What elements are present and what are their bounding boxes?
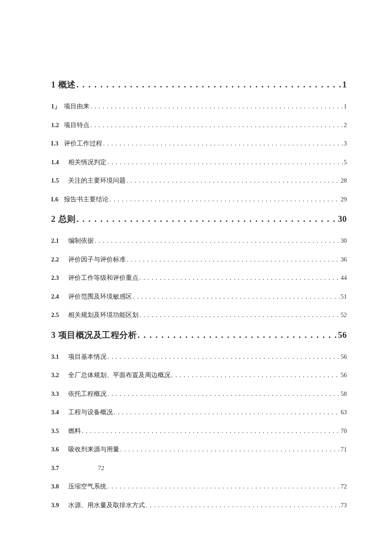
toc-leader [138, 331, 337, 339]
toc-page-number: 1 [344, 103, 347, 110]
toc-label: 压缩空气系统 [68, 483, 107, 490]
toc-entry-minor: L6 报告书主要结论 29 [51, 196, 347, 203]
toc-leader [110, 196, 340, 203]
toc-label: 报告书主要结论 [64, 196, 109, 203]
toc-page-number: 70 [341, 428, 347, 434]
toc-label: 相关情况判定 [68, 159, 107, 166]
toc-label: 燃料 [68, 428, 81, 434]
toc-number: 3.6 [51, 446, 62, 453]
toc-page-number: 71 [341, 446, 347, 453]
toc-label: 相关规划及环境功能区划 [68, 312, 138, 318]
toc-page-number: 5 [344, 159, 347, 166]
toc-entry-minor: 1.4 相关情况判定 5 [51, 159, 347, 166]
toc-label: 全厂总体规划、平面布置及周边概况 [68, 372, 170, 378]
toc-leader [133, 293, 340, 300]
toc-entry-minor: 3.2 全厂总体规划、平面布置及周边概况 56 [51, 372, 347, 378]
toc-number: 3.8 [51, 483, 62, 490]
toc-label: 水源、用水量及取排水方式 [68, 502, 145, 509]
toc-entry-minor: 3.1 项目基本情况 56 [51, 354, 347, 360]
toc-label: 评价范围及环境敏感区 [68, 293, 132, 300]
toc-entry-minor: L3 评价工作过程 3 [51, 140, 347, 147]
toc-entry-minor: 3.5 燃料 70 [51, 428, 347, 434]
toc-label: 评价工作过程 [64, 140, 102, 147]
toc-number: 1 [51, 80, 56, 89]
toc-page-number: 44 [341, 275, 347, 281]
toc-leader [120, 446, 340, 453]
toc-leader [107, 159, 343, 166]
toc-entry-major: 1 概述 1 [51, 80, 347, 89]
toc-number: 2 [51, 215, 56, 223]
toc-leader [77, 215, 337, 223]
toc-number: L3 [51, 140, 62, 147]
toc-number: 1.4 [51, 159, 62, 166]
toc-page-number: 1 [343, 80, 347, 89]
toc-leader [107, 391, 340, 397]
toc-leader [77, 80, 342, 89]
toc-entry-minor: 3.9 水源、用水量及取排水方式 73 [51, 502, 347, 509]
toc-page-number: 56 [341, 354, 347, 360]
toc-label: 项目基本情况 [68, 354, 107, 360]
toc-page-number: 72 [98, 465, 104, 471]
toc-leader [139, 275, 340, 281]
toc-number: 2.3 [51, 275, 62, 281]
toc-entry-minor: 2.2 评价因子与评价标准 36 [51, 256, 347, 263]
toc-page-number: 2 [344, 122, 347, 128]
toc-page-number: 29 [341, 196, 347, 203]
toc-label: 依托工程概况 [68, 391, 107, 397]
toc-number: 2.4 [51, 293, 62, 300]
toc-page-number: 51 [341, 293, 347, 300]
toc-page-number: 3 [344, 140, 347, 147]
toc-number: 1」 [51, 103, 62, 110]
toc-page-number: 56 [338, 331, 347, 339]
toc-leader [90, 122, 343, 128]
toc-entry-major: 2 总则 30 [51, 215, 347, 223]
toc-entry-minor: 2.3 评价工作等级和评价重点 44 [51, 275, 347, 281]
toc-label: 编制依据 [68, 238, 94, 244]
toc-page-number: 63 [341, 409, 347, 416]
toc-entry-minor: 3.7 72 [51, 465, 347, 471]
toc-label: 项目特点 [64, 122, 89, 128]
toc-number: 3.1 [51, 354, 62, 360]
toc-label: 项目概况及工程分析 [58, 331, 137, 339]
toc-entry-minor: 1」 项目由来 1 [51, 103, 347, 110]
toc-label: 评价工作等级和评价重点 [68, 275, 138, 281]
toc-entry-minor: 2.5 相关规划及环境功能区划 52 [51, 312, 347, 318]
toc-page: 1 概述 1 1」 项目由来 1 1.2 项目特点 2 L3 评价工作过程 3 … [0, 0, 392, 508]
toc-page-number: 36 [341, 256, 347, 263]
toc-leader [127, 177, 340, 184]
toc-label: 工程与设备概况 [68, 409, 113, 416]
toc-entry-major: 3 项目概况及工程分析 56 [51, 331, 347, 339]
toc-entry-minor: 3.6 吸收剂来源与用量 71 [51, 446, 347, 453]
toc-number: 3.5 [51, 428, 62, 434]
toc-number: 3.4 [51, 409, 62, 416]
toc-entry-minor: 3.8 压缩空气系统 72 [51, 483, 347, 490]
toc-label: 项目由来 [64, 103, 89, 110]
toc-page-number: 30 [338, 215, 347, 223]
toc-leader [127, 256, 340, 263]
toc-leader [95, 238, 340, 244]
toc-page-number: 73 [341, 502, 347, 509]
toc-page-number: 30 [341, 238, 347, 244]
toc-number: 1.2 [51, 122, 62, 128]
toc-label: 关注的主要环境问题 [68, 177, 126, 184]
toc-page-number: 28 [341, 177, 347, 184]
toc-entry-minor: 3.4 工程与设备概况 63 [51, 409, 347, 416]
toc-entry-minor: 2.1 编制依据 30 [51, 238, 347, 244]
toc-number: 3.2 [51, 372, 62, 378]
toc-leader [139, 312, 340, 318]
toc-number: 3.9 [51, 502, 62, 509]
toc-page-number: 52 [341, 312, 347, 318]
toc-leader [171, 372, 340, 378]
toc-entry-minor: 2.4 评价范围及环境敏感区 51 [51, 293, 347, 300]
toc-number: 2.5 [51, 312, 62, 318]
toc-leader [103, 140, 343, 147]
toc-leader [146, 502, 340, 509]
toc-leader [90, 103, 343, 110]
toc-entry-minor: 1.2 项目特点 2 [51, 122, 347, 128]
toc-label: 概述 [58, 80, 76, 89]
toc-label: 总则 [58, 215, 76, 223]
toc-number: 2.2 [51, 256, 62, 263]
toc-label: 评价因子与评价标准 [68, 256, 126, 263]
toc-page-number: 72 [341, 483, 347, 490]
toc-number: 1.5 [51, 177, 62, 184]
